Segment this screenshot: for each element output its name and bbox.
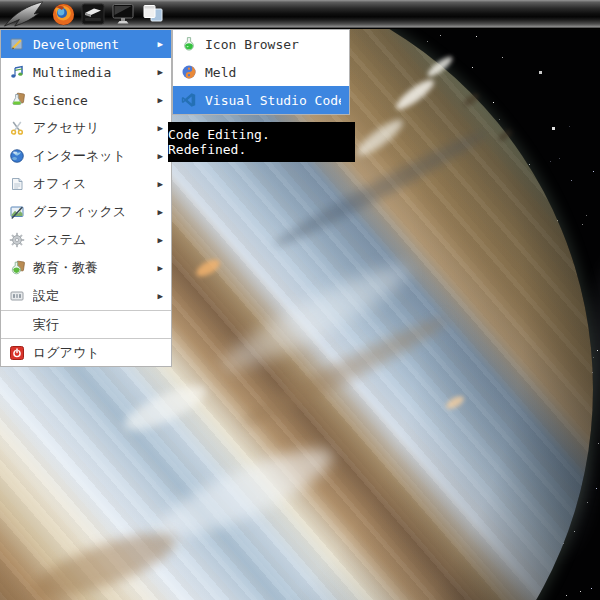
menu-item-label: アクセサリ (33, 119, 154, 137)
internet-icon (9, 148, 25, 164)
menu-item-system[interactable]: システム▶ (1, 226, 171, 254)
menu-item-label: Science (33, 93, 154, 108)
menu-item-label: ログアウト (33, 344, 163, 362)
menu-item-label: Multimedia (33, 65, 154, 80)
menu-item-internet[interactable]: インターネット▶ (1, 142, 171, 170)
submenu-arrow-icon: ▶ (158, 235, 163, 245)
submenu-arrow-icon: ▶ (158, 263, 163, 273)
multimedia-icon (9, 64, 25, 80)
menu-item-logout[interactable]: ログアウト (1, 338, 171, 366)
file-manager-icon[interactable] (81, 1, 105, 27)
accessories-icon (9, 120, 25, 136)
tooltip-text: Code Editing. Redefined. (168, 127, 355, 157)
menu-item-label: インターネット (33, 147, 154, 165)
office-icon (9, 176, 25, 192)
graphics-icon (9, 204, 25, 220)
menu-item-science[interactable]: Science▶ (1, 86, 171, 114)
submenu-item-icon-browser[interactable]: Icon Browser (173, 30, 349, 58)
vscode-icon (181, 92, 197, 108)
wm-logo-icon[interactable] (2, 1, 46, 27)
menu-item-label: Development (33, 37, 154, 52)
menu-item-label: システム (33, 231, 154, 249)
submenu-arrow-icon: ▶ (158, 291, 163, 301)
submenu-arrow-icon: ▶ (158, 67, 163, 77)
menu-item-settings[interactable]: 設定▶ (1, 282, 171, 310)
menu-item-multimedia[interactable]: Multimedia▶ (1, 58, 171, 86)
submenu-item-meld[interactable]: Meld (173, 58, 349, 86)
submenu-arrow-icon: ▶ (158, 123, 163, 133)
blank-icon (9, 317, 25, 333)
firefox-launcher-icon[interactable] (52, 1, 75, 27)
menu-item-graphics[interactable]: グラフィックス▶ (1, 198, 171, 226)
menu-item-label: Icon Browser (205, 37, 341, 52)
menu-item-label: オフィス (33, 175, 154, 193)
menu-item-education[interactable]: 教育・教養▶ (1, 254, 171, 282)
menu-item-label: Meld (205, 65, 341, 80)
desktop: Development▶Multimedia▶Science▶アクセサリ▶インタ… (0, 0, 600, 600)
vscode-tooltip: Code Editing. Redefined. (168, 122, 355, 162)
system-icon (9, 232, 25, 248)
submenu-item-vscode[interactable]: Visual Studio Code (173, 86, 349, 114)
menu-item-accessories[interactable]: アクセサリ▶ (1, 114, 171, 142)
submenu-arrow-icon: ▶ (158, 39, 163, 49)
menu-item-label: 教育・教養 (33, 259, 154, 277)
submenu-arrow-icon: ▶ (158, 95, 163, 105)
display-icon[interactable] (111, 1, 135, 27)
menu-item-label: 設定 (33, 287, 154, 305)
development-icon (9, 36, 25, 52)
submenu-arrow-icon: ▶ (158, 207, 163, 217)
menu-item-label: 実行 (33, 316, 163, 334)
education-icon (9, 260, 25, 276)
menu-item-label: グラフィックス (33, 203, 154, 221)
science-icon (9, 92, 25, 108)
taskbar (0, 0, 600, 29)
icon-browser-icon (181, 36, 197, 52)
submenu-arrow-icon: ▶ (158, 151, 163, 161)
development-submenu: Icon BrowserMeldVisual Studio Code (172, 29, 350, 115)
meld-icon (181, 64, 197, 80)
settings-icon (9, 288, 25, 304)
applications-menu: Development▶Multimedia▶Science▶アクセサリ▶インタ… (0, 29, 172, 367)
menu-item-run[interactable]: 実行 (1, 310, 171, 338)
submenu-arrow-icon: ▶ (158, 179, 163, 189)
menu-item-office[interactable]: オフィス▶ (1, 170, 171, 198)
menu-item-development[interactable]: Development▶ (1, 30, 171, 58)
windows-cascade-icon[interactable] (141, 1, 165, 27)
menu-item-label: Visual Studio Code (205, 93, 341, 108)
logout-icon (9, 345, 25, 361)
